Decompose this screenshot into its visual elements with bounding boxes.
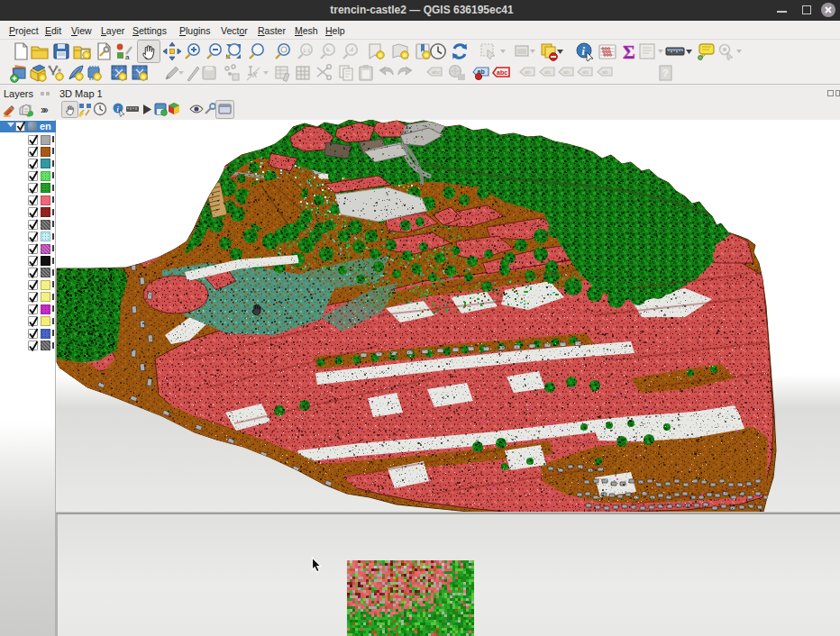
svg-text:ab: ab bbox=[582, 69, 589, 75]
svg-text:a: a bbox=[125, 53, 130, 61]
svg-text:ab: ab bbox=[563, 69, 570, 75]
svg-text:abc: abc bbox=[497, 69, 507, 76]
svg-text:1:1: 1:1 bbox=[303, 48, 311, 53]
svg-text:Σ: Σ bbox=[623, 41, 635, 61]
svg-text:ab: ab bbox=[544, 69, 551, 75]
svg-text:ab: ab bbox=[602, 69, 608, 75]
svg-text:»: » bbox=[41, 104, 47, 116]
svg-text:abc: abc bbox=[432, 69, 441, 75]
svg-text:?: ? bbox=[662, 68, 669, 78]
svg-text:ab: ab bbox=[525, 69, 531, 75]
